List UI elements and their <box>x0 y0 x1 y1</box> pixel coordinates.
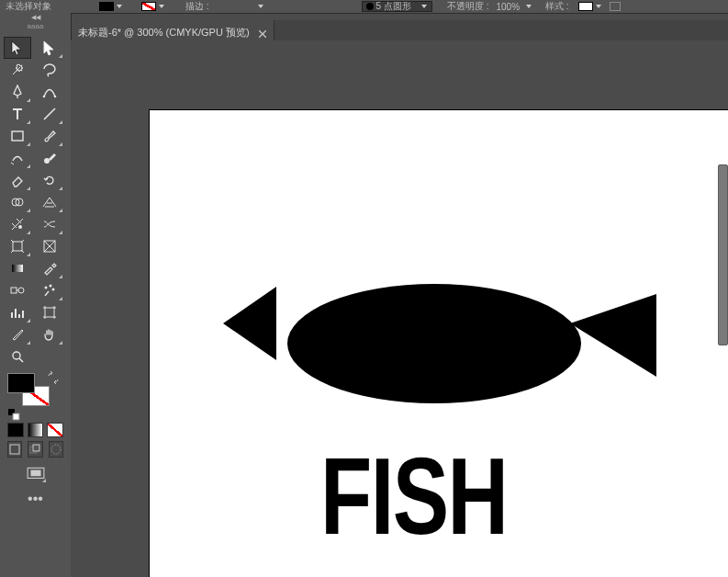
screen-mode-icon[interactable] <box>25 465 47 483</box>
brush-profile-dropdown[interactable]: 5 点圆形 <box>362 1 432 12</box>
gradient-tool[interactable] <box>4 257 31 279</box>
column-graph-tool[interactable] <box>4 301 31 323</box>
color-mode-row <box>0 423 71 437</box>
more-options[interactable] <box>610 0 621 13</box>
paintbrush-tool[interactable] <box>36 125 63 147</box>
svg-rect-9 <box>12 265 23 272</box>
eraser-tool[interactable] <box>4 169 31 191</box>
vertical-scrollbar[interactable] <box>718 164 728 345</box>
chevron-down-icon[interactable] <box>525 3 532 10</box>
slice-tool[interactable] <box>4 323 31 345</box>
svg-point-16 <box>13 352 20 359</box>
style-swatch[interactable] <box>577 0 602 13</box>
fill-stroke-color-control[interactable] <box>6 371 65 421</box>
chevron-down-icon[interactable] <box>420 3 428 10</box>
gradient-color-button[interactable] <box>28 423 44 437</box>
svg-rect-19 <box>10 445 19 454</box>
draw-behind-icon[interactable] <box>28 441 42 458</box>
svg-point-0 <box>42 96 45 98</box>
svg-rect-7 <box>13 242 22 251</box>
chevron-down-icon[interactable] <box>257 3 264 10</box>
draw-mode-row <box>0 437 71 458</box>
svg-rect-21 <box>33 445 39 451</box>
direct-selection-tool[interactable] <box>36 37 63 59</box>
shape-builder-tool[interactable] <box>4 191 31 213</box>
stroke-label: 描边 : <box>185 0 209 13</box>
rotate-tool[interactable] <box>36 169 63 191</box>
magic-wand-tool[interactable] <box>4 59 31 81</box>
shape-fish-tail[interactable] <box>570 294 656 377</box>
tab-title: 未标题-6* @ 300% (CMYK/GPU 预览) <box>78 26 250 40</box>
shaper-tool[interactable] <box>4 147 31 169</box>
shape-fish-body[interactable] <box>287 284 581 403</box>
close-icon[interactable] <box>259 28 266 36</box>
dot-icon <box>366 3 374 10</box>
line-segment-tool[interactable] <box>36 103 63 125</box>
symbol-sprayer-tool[interactable] <box>36 279 63 301</box>
shape-fish-head[interactable] <box>223 287 276 360</box>
width-tool[interactable] <box>36 213 63 235</box>
svg-point-14 <box>51 288 54 291</box>
fill-swatch[interactable] <box>99 2 114 11</box>
hand-tool[interactable] <box>36 323 63 345</box>
free-transform-tool[interactable] <box>4 235 31 257</box>
chevron-down-icon[interactable] <box>158 3 165 10</box>
options-bar: 未选择对象 描边 : 5 点圆形 不透明度 : 100% 样式 : <box>0 0 728 14</box>
svg-point-13 <box>49 285 51 288</box>
svg-point-3 <box>44 158 50 164</box>
curvature-tool[interactable] <box>36 81 63 103</box>
puppet-warp-tool[interactable] <box>36 235 63 257</box>
opacity-value[interactable]: 100% <box>496 0 532 13</box>
pen-tool[interactable] <box>4 81 31 103</box>
lasso-tool[interactable] <box>36 59 63 81</box>
none-color-button[interactable] <box>47 423 63 437</box>
chevron-down-icon[interactable] <box>116 3 123 10</box>
canvas-area[interactable]: FISH <box>71 40 728 577</box>
panel-collapse-icon[interactable]: ◀◀ <box>0 13 71 22</box>
blob-brush-tool[interactable] <box>36 147 63 169</box>
fill-color-box[interactable] <box>7 373 35 393</box>
edit-toolbar-icon[interactable]: ••• <box>0 491 71 507</box>
draw-normal-icon[interactable] <box>7 441 22 458</box>
selection-tool[interactable] <box>4 37 31 59</box>
svg-rect-10 <box>11 288 17 293</box>
document-tab-bar: 未标题-6* @ 300% (CMYK/GPU 预览) <box>71 20 728 40</box>
solid-color-button[interactable] <box>7 423 24 437</box>
svg-rect-2 <box>12 131 23 141</box>
svg-point-1 <box>53 96 56 98</box>
stroke-weight-dropdown[interactable] <box>217 0 264 13</box>
stroke-swatch[interactable] <box>141 2 156 11</box>
svg-rect-18 <box>13 413 19 420</box>
rectangle-tool[interactable] <box>4 125 31 147</box>
svg-point-22 <box>51 445 61 454</box>
artboard-tool[interactable] <box>36 301 63 323</box>
svg-point-12 <box>44 287 47 289</box>
style-label: 样式 : <box>545 0 569 13</box>
perspective-grid-tool[interactable] <box>36 191 63 213</box>
toolbox-label: aaaa <box>0 22 71 33</box>
toolbox-panel: ◀◀ aaaa <box>0 13 72 577</box>
opacity-label: 不透明度 : <box>447 0 489 13</box>
fill-swatch-group[interactable] <box>97 0 123 13</box>
document-tab[interactable]: 未标题-6* @ 300% (CMYK/GPU 预览) <box>71 20 274 40</box>
eyedropper-tool[interactable] <box>36 257 63 279</box>
stroke-swatch-group[interactable] <box>140 0 165 13</box>
blend-tool[interactable] <box>4 279 31 301</box>
type-tool[interactable] <box>4 103 31 125</box>
draw-inside-icon[interactable] <box>49 441 63 458</box>
artboard[interactable]: FISH <box>149 109 728 577</box>
zoom-tool[interactable] <box>4 345 31 368</box>
default-colors-icon[interactable] <box>7 408 20 421</box>
svg-rect-15 <box>45 308 54 317</box>
chevron-down-icon[interactable] <box>595 3 602 10</box>
text-object[interactable]: FISH <box>320 434 507 559</box>
svg-rect-24 <box>30 470 40 477</box>
mesh-tool[interactable] <box>4 213 31 235</box>
selection-status: 未选择对象 <box>0 0 90 13</box>
swap-colors-icon[interactable] <box>47 371 60 384</box>
svg-point-6 <box>18 225 22 229</box>
svg-point-11 <box>18 288 24 293</box>
